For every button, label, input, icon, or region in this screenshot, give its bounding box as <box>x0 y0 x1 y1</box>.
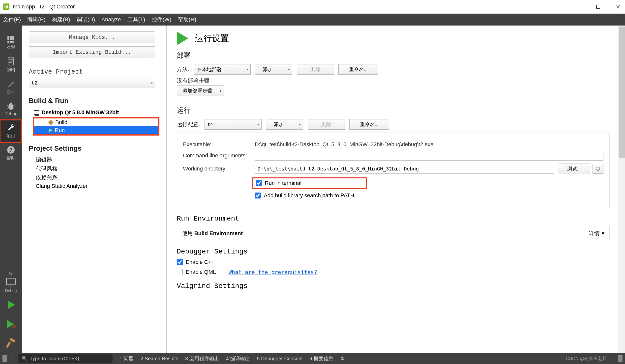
svg-rect-32 <box>6 341 11 348</box>
deploy-method-select[interactable]: 在本地部署 <box>194 64 251 75</box>
play-big-icon <box>177 31 188 45</box>
kit-item[interactable]: Desktop Qt 5.8.0 MinGW 32bit <box>33 108 159 117</box>
mode-welcome-label: 欢迎 <box>6 44 15 50</box>
chevron-updown-icon[interactable]: ⇅ <box>340 356 344 362</box>
env-heading: Run Environment <box>177 215 610 222</box>
project-sidebar: Manage Kits... Import Existing Build... … <box>22 26 167 353</box>
search-icon: 🔍 <box>22 356 27 361</box>
svg-rect-12 <box>12 41 14 43</box>
env-details-toggle[interactable]: 详情 ▾ <box>589 230 604 237</box>
browse-button[interactable]: 浏览... <box>558 164 590 174</box>
svg-rect-6 <box>12 36 14 38</box>
mode-project[interactable]: 项目 <box>0 120 22 142</box>
mode-debug-label: Debug <box>4 111 17 117</box>
mode-welcome[interactable]: 欢迎 <box>0 31 22 54</box>
titlebar: Qt main.cpp - t2 - Qt Creator <box>0 0 625 14</box>
svg-rect-8 <box>10 38 12 40</box>
args-input[interactable] <box>255 151 603 161</box>
mode-help[interactable]: ? 帮助 <box>0 142 22 165</box>
close-button[interactable] <box>614 3 622 11</box>
build-run-heading: Build & Run <box>29 97 159 105</box>
run-settings-panel: 运行设置 部署 方法: 在本地部署 添加 删除 重命名... 没有部署步骤 添加… <box>167 26 619 353</box>
enable-qml-checkbox[interactable] <box>177 269 183 275</box>
build-button[interactable] <box>5 337 17 350</box>
add-lib-path-checkbox[interactable] <box>255 192 261 198</box>
no-deploy-steps: 没有部署步骤 <box>177 77 610 85</box>
menu-analyze[interactable]: Analyze <box>101 16 121 23</box>
sb-issues[interactable]: 1 问题 <box>120 355 134 362</box>
pane-toggle-right[interactable] <box>614 355 623 362</box>
ps-clang[interactable]: Clang Static Analyzer <box>29 182 159 190</box>
mode-debug[interactable]: Debug <box>0 98 22 120</box>
sb-search[interactable]: 2 Search Results <box>141 356 178 362</box>
ps-dependencies[interactable]: 依赖关系 <box>29 173 159 182</box>
menu-help[interactable]: 帮助(H) <box>178 16 196 23</box>
valgrind-heading: Valgrind Settings <box>177 282 610 290</box>
svg-rect-1 <box>596 5 600 8</box>
maximize-button[interactable] <box>594 3 602 11</box>
mode-edit[interactable]: 编辑 <box>0 54 22 76</box>
window-title: main.cpp - t2 - Qt Creator <box>13 3 574 10</box>
deploy-add-button[interactable]: 添加 <box>255 64 292 75</box>
ps-editor[interactable]: 编辑器 <box>29 155 159 164</box>
run-rename-button[interactable]: 重命名... <box>349 119 389 130</box>
enable-cpp-checkbox[interactable] <box>177 259 183 265</box>
sb-appout[interactable]: 3 应用程序输出 <box>185 355 219 362</box>
tree-build[interactable]: Build <box>34 119 158 126</box>
sb-compile[interactable]: 4 编译输出 <box>226 355 250 362</box>
run-button[interactable] <box>5 299 17 311</box>
menu-debug[interactable]: 调试(D) <box>77 16 95 23</box>
svg-rect-5 <box>10 36 12 38</box>
menu-edit[interactable]: 编辑(E) <box>27 16 45 23</box>
menu-build[interactable]: 构建(B) <box>52 16 70 23</box>
add-deploy-step-button[interactable]: 添加部署步骤 <box>177 86 224 96</box>
run-add-button[interactable]: 添加 <box>266 119 303 130</box>
menu-tools[interactable]: 工具(T) <box>127 16 145 23</box>
active-project-select[interactable]: t2 <box>29 78 155 88</box>
args-label: Command line arguments: <box>183 152 255 159</box>
run-debug-button[interactable] <box>5 318 17 330</box>
project-settings-list: 编辑器 代码风格 依赖关系 Clang Static Analyzer <box>29 155 159 190</box>
pane-toggle-button[interactable] <box>2 355 11 362</box>
svg-point-30 <box>12 324 16 329</box>
sb-dbgconsole[interactable]: 5 Debugger Console <box>257 356 302 362</box>
tree-run-label: Run <box>55 127 65 134</box>
watermark: CSDN @钜锋王老师 <box>566 356 607 362</box>
locator[interactable]: 🔍 Type to locate (Ctrl+K) <box>18 354 113 363</box>
run-delete-button[interactable]: 删除 <box>308 119 345 130</box>
deploy-rename-button[interactable]: 重命名... <box>338 64 378 75</box>
run-heading: 运行 <box>177 106 610 115</box>
hammer-icon <box>48 120 54 125</box>
run-config-select[interactable]: t2 <box>205 119 262 130</box>
reset-wd-button[interactable] <box>593 164 603 174</box>
menu-file[interactable]: 文件(F) <box>3 16 21 23</box>
kit-tree: Desktop Qt 5.8.0 MinGW 32bit Build Run <box>33 108 159 136</box>
wd-input[interactable] <box>255 164 554 174</box>
mode-bar: 欢迎 编辑 设计 Debug <box>0 26 22 353</box>
vertical-scrollbar[interactable] <box>619 26 625 353</box>
app-icon: Qt <box>3 3 9 10</box>
app-window: Qt main.cpp - t2 - Qt Creator 文件(F) 编辑(E… <box>0 0 625 364</box>
enable-qml-label: Enable QML <box>186 269 216 275</box>
run-in-terminal-checkbox[interactable] <box>256 180 262 186</box>
mode-help-label: 帮助 <box>6 155 15 161</box>
grid-icon <box>6 34 16 44</box>
import-build-button[interactable]: Import Existing Build... <box>29 46 155 58</box>
deploy-delete-button[interactable]: 删除 <box>297 64 334 75</box>
mode-design[interactable]: 设计 <box>0 76 22 98</box>
document-icon <box>6 56 16 67</box>
manage-kits-button[interactable]: Manage Kits... <box>29 31 155 43</box>
target-selector[interactable]: t2 Debug <box>0 269 22 295</box>
svg-rect-11 <box>10 41 12 43</box>
help-icon: ? <box>6 145 16 155</box>
env-text: 使用 Build Environment <box>182 230 589 237</box>
minimize-button[interactable] <box>574 3 582 11</box>
menu-widgets[interactable]: 控件(W) <box>152 16 171 23</box>
highlight-terminal: Run in terminal <box>252 178 367 189</box>
chevron-down-icon: ▾ <box>602 230 604 237</box>
sb-general[interactable]: 6 概要信息 <box>310 355 333 362</box>
ps-codestyle[interactable]: 代码风格 <box>29 164 159 173</box>
svg-rect-10 <box>7 41 9 43</box>
qml-prereq-link[interactable]: What are the prerequisites? <box>229 269 317 275</box>
tree-run[interactable]: Run <box>34 126 158 134</box>
